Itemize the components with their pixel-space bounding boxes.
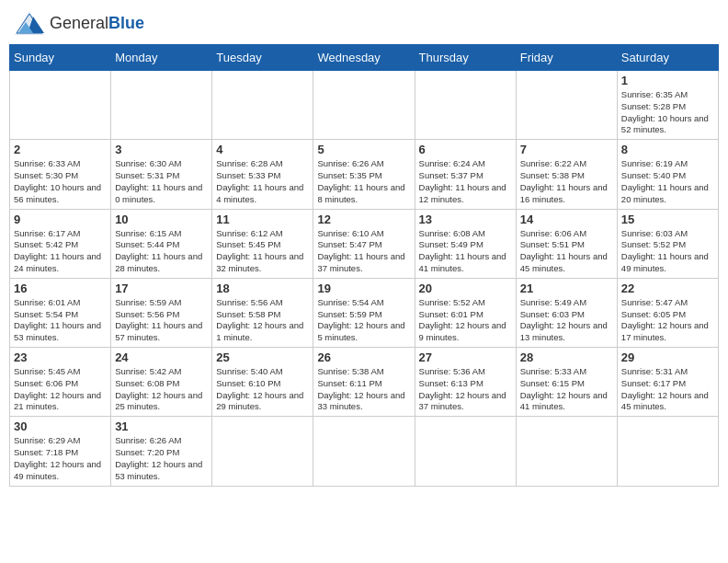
day-info: Sunrise: 5:36 AM Sunset: 6:13 PM Dayligh… — [419, 366, 512, 413]
calendar-cell: 25Sunrise: 5:40 AM Sunset: 6:10 PM Dayli… — [212, 348, 313, 417]
day-number: 11 — [216, 213, 309, 226]
calendar-cell: 22Sunrise: 5:47 AM Sunset: 6:05 PM Dayli… — [617, 278, 718, 347]
calendar-cell: 11Sunrise: 6:12 AM Sunset: 5:45 PM Dayli… — [212, 209, 313, 278]
day-info: Sunrise: 5:33 AM Sunset: 6:15 PM Dayligh… — [520, 366, 613, 413]
day-info: Sunrise: 6:35 AM Sunset: 5:28 PM Dayligh… — [621, 89, 714, 136]
calendar-cell: 29Sunrise: 5:31 AM Sunset: 6:17 PM Dayli… — [617, 348, 718, 417]
day-header-monday: Monday — [111, 45, 212, 71]
day-number: 22 — [621, 282, 714, 295]
day-number: 26 — [317, 350, 410, 364]
day-number: 29 — [621, 350, 714, 364]
day-info: Sunrise: 5:40 AM Sunset: 6:10 PM Dayligh… — [216, 366, 309, 413]
day-info: Sunrise: 5:54 AM Sunset: 5:59 PM Dayligh… — [317, 297, 410, 344]
day-number: 27 — [419, 350, 512, 364]
calendar-cell: 16Sunrise: 6:01 AM Sunset: 5:54 PM Dayli… — [10, 278, 111, 347]
day-number: 20 — [419, 282, 512, 295]
day-number: 4 — [216, 143, 309, 156]
calendar-cell: 21Sunrise: 5:49 AM Sunset: 6:03 PM Dayli… — [516, 278, 617, 347]
calendar-cell: 20Sunrise: 5:52 AM Sunset: 6:01 PM Dayli… — [415, 278, 516, 347]
calendar-cell — [617, 417, 718, 486]
day-info: Sunrise: 6:33 AM Sunset: 5:30 PM Dayligh… — [14, 158, 107, 205]
calendar-week-row: 23Sunrise: 5:45 AM Sunset: 6:06 PM Dayli… — [10, 348, 719, 417]
day-info: Sunrise: 6:01 AM Sunset: 5:54 PM Dayligh… — [14, 297, 107, 344]
day-header-wednesday: Wednesday — [313, 45, 415, 71]
calendar-cell: 28Sunrise: 5:33 AM Sunset: 6:15 PM Dayli… — [516, 348, 617, 417]
calendar-cell: 23Sunrise: 5:45 AM Sunset: 6:06 PM Dayli… — [10, 348, 111, 417]
logo-icon — [13, 9, 46, 37]
calendar-cell: 15Sunrise: 6:03 AM Sunset: 5:52 PM Dayli… — [617, 209, 718, 278]
day-number: 21 — [520, 282, 613, 295]
day-number: 18 — [216, 282, 309, 295]
day-number: 17 — [115, 282, 208, 295]
calendar-cell — [212, 417, 313, 486]
calendar-cell — [313, 417, 415, 486]
day-info: Sunrise: 5:31 AM Sunset: 6:17 PM Dayligh… — [621, 366, 714, 413]
calendar-header-row: SundayMondayTuesdayWednesdayThursdayFrid… — [10, 45, 719, 71]
calendar-cell — [415, 71, 516, 140]
day-number: 1 — [621, 74, 714, 87]
calendar-week-row: 16Sunrise: 6:01 AM Sunset: 5:54 PM Dayli… — [10, 278, 719, 347]
calendar-cell: 9Sunrise: 6:17 AM Sunset: 5:42 PM Daylig… — [10, 209, 111, 278]
day-info: Sunrise: 5:45 AM Sunset: 6:06 PM Dayligh… — [14, 366, 107, 413]
day-info: Sunrise: 6:10 AM Sunset: 5:47 PM Dayligh… — [317, 228, 410, 275]
logo: GeneralBlue — [13, 9, 144, 37]
calendar-cell — [516, 417, 617, 486]
calendar-cell — [516, 71, 617, 140]
day-info: Sunrise: 6:03 AM Sunset: 5:52 PM Dayligh… — [621, 228, 714, 275]
day-info: Sunrise: 6:22 AM Sunset: 5:38 PM Dayligh… — [520, 158, 613, 205]
day-info: Sunrise: 6:17 AM Sunset: 5:42 PM Dayligh… — [14, 228, 107, 275]
calendar-cell: 19Sunrise: 5:54 AM Sunset: 5:59 PM Dayli… — [313, 278, 415, 347]
day-number: 28 — [520, 350, 613, 364]
calendar-cell: 14Sunrise: 6:06 AM Sunset: 5:51 PM Dayli… — [516, 209, 617, 278]
day-number: 8 — [621, 143, 714, 156]
day-number: 3 — [115, 143, 208, 156]
calendar-cell — [212, 71, 313, 140]
logo-text: GeneralBlue — [50, 14, 144, 33]
calendar-cell: 31Sunrise: 6:26 AM Sunset: 7:20 PM Dayli… — [111, 417, 212, 486]
day-info: Sunrise: 5:52 AM Sunset: 6:01 PM Dayligh… — [419, 297, 512, 344]
calendar-cell: 6Sunrise: 6:24 AM Sunset: 5:37 PM Daylig… — [415, 140, 516, 209]
page-header: GeneralBlue — [9, 9, 719, 37]
calendar-cell: 4Sunrise: 6:28 AM Sunset: 5:33 PM Daylig… — [212, 140, 313, 209]
day-header-friday: Friday — [516, 45, 617, 71]
day-number: 13 — [419, 213, 512, 226]
calendar-cell: 1Sunrise: 6:35 AM Sunset: 5:28 PM Daylig… — [617, 71, 718, 140]
day-number: 2 — [14, 143, 107, 156]
day-info: Sunrise: 6:08 AM Sunset: 5:49 PM Dayligh… — [419, 228, 512, 275]
day-number: 25 — [216, 350, 309, 364]
day-number: 14 — [520, 213, 613, 226]
calendar-cell — [415, 417, 516, 486]
day-info: Sunrise: 6:06 AM Sunset: 5:51 PM Dayligh… — [520, 228, 613, 275]
day-number: 16 — [14, 282, 107, 295]
day-info: Sunrise: 6:26 AM Sunset: 7:20 PM Dayligh… — [115, 435, 208, 482]
day-info: Sunrise: 6:12 AM Sunset: 5:45 PM Dayligh… — [216, 228, 309, 275]
day-info: Sunrise: 5:42 AM Sunset: 6:08 PM Dayligh… — [115, 366, 208, 413]
day-number: 9 — [14, 213, 107, 226]
calendar-cell: 7Sunrise: 6:22 AM Sunset: 5:38 PM Daylig… — [516, 140, 617, 209]
day-header-sunday: Sunday — [10, 45, 111, 71]
day-header-tuesday: Tuesday — [212, 45, 313, 71]
calendar-cell: 12Sunrise: 6:10 AM Sunset: 5:47 PM Dayli… — [313, 209, 415, 278]
calendar-cell: 18Sunrise: 5:56 AM Sunset: 5:58 PM Dayli… — [212, 278, 313, 347]
calendar-cell: 17Sunrise: 5:59 AM Sunset: 5:56 PM Dayli… — [111, 278, 212, 347]
day-info: Sunrise: 5:47 AM Sunset: 6:05 PM Dayligh… — [621, 297, 714, 344]
calendar-cell: 26Sunrise: 5:38 AM Sunset: 6:11 PM Dayli… — [313, 348, 415, 417]
calendar-cell — [111, 71, 212, 140]
day-info: Sunrise: 5:38 AM Sunset: 6:11 PM Dayligh… — [317, 366, 410, 413]
day-number: 19 — [317, 282, 410, 295]
calendar-cell: 27Sunrise: 5:36 AM Sunset: 6:13 PM Dayli… — [415, 348, 516, 417]
calendar-week-row: 2Sunrise: 6:33 AM Sunset: 5:30 PM Daylig… — [10, 140, 719, 209]
calendar-cell: 24Sunrise: 5:42 AM Sunset: 6:08 PM Dayli… — [111, 348, 212, 417]
calendar-cell: 2Sunrise: 6:33 AM Sunset: 5:30 PM Daylig… — [10, 140, 111, 209]
day-number: 6 — [419, 143, 512, 156]
day-info: Sunrise: 6:24 AM Sunset: 5:37 PM Dayligh… — [419, 158, 512, 205]
day-info: Sunrise: 6:26 AM Sunset: 5:35 PM Dayligh… — [317, 158, 410, 205]
day-number: 30 — [14, 419, 107, 433]
day-info: Sunrise: 6:19 AM Sunset: 5:40 PM Dayligh… — [621, 158, 714, 205]
calendar-week-row: 9Sunrise: 6:17 AM Sunset: 5:42 PM Daylig… — [10, 209, 719, 278]
calendar-cell: 3Sunrise: 6:30 AM Sunset: 5:31 PM Daylig… — [111, 140, 212, 209]
calendar-cell: 10Sunrise: 6:15 AM Sunset: 5:44 PM Dayli… — [111, 209, 212, 278]
calendar-cell: 13Sunrise: 6:08 AM Sunset: 5:49 PM Dayli… — [415, 209, 516, 278]
day-number: 31 — [115, 419, 208, 433]
day-number: 23 — [14, 350, 107, 364]
